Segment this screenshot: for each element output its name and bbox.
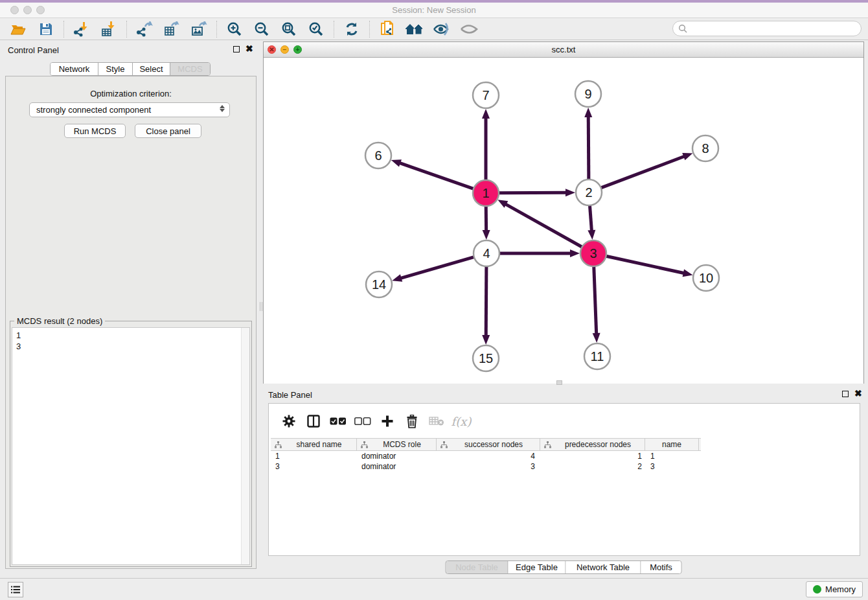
- search-box[interactable]: [672, 21, 862, 36]
- node-8[interactable]: 8: [692, 135, 718, 161]
- main-toolbar: [0, 18, 868, 40]
- control-panel-close-icon[interactable]: ✖: [246, 43, 253, 54]
- eye-slash-icon: [433, 22, 451, 36]
- result-scrollbar[interactable]: [241, 328, 249, 564]
- column-settings-button[interactable]: [279, 412, 299, 430]
- export-table-button[interactable]: [162, 20, 181, 38]
- zoom-out-button[interactable]: [252, 20, 271, 38]
- show-all-button[interactable]: [459, 20, 479, 38]
- edge-1-2[interactable]: [499, 192, 567, 193]
- hierarchy-icon: [544, 441, 551, 448]
- import-table-button[interactable]: [99, 20, 119, 38]
- export-image-icon: [190, 21, 207, 37]
- tab-motifs[interactable]: Motifs: [641, 561, 681, 573]
- table-cell[interactable]: 1: [540, 452, 645, 461]
- network-splitter-grip[interactable]: [556, 380, 562, 385]
- edge-4-14[interactable]: [400, 257, 474, 279]
- node-7[interactable]: 7: [473, 82, 499, 108]
- column-header-MCDS-role[interactable]: MCDS role: [357, 439, 437, 450]
- table-cell[interactable]: 3: [271, 462, 357, 471]
- tab-network[interactable]: Network: [51, 63, 98, 75]
- export-image-button[interactable]: [189, 20, 209, 38]
- tab-network-table[interactable]: Network Table: [566, 561, 641, 573]
- search-input[interactable]: [687, 23, 861, 34]
- edge-3-11[interactable]: [594, 266, 597, 334]
- apply-layout-button[interactable]: [342, 20, 361, 38]
- homes-icon: [405, 22, 424, 36]
- export-network-button[interactable]: [135, 20, 154, 38]
- splitter-grip[interactable]: [260, 302, 262, 311]
- column-header-predecessor-nodes[interactable]: predecessor nodes: [540, 439, 645, 450]
- memory-button[interactable]: Memory: [806, 581, 863, 597]
- node-15[interactable]: 15: [473, 345, 499, 371]
- table-row[interactable]: 1dominator411: [271, 451, 701, 461]
- tab-select[interactable]: Select: [133, 63, 170, 75]
- close-panel-button[interactable]: Close panel: [135, 124, 201, 138]
- node-2[interactable]: 2: [576, 179, 602, 205]
- node-6[interactable]: 6: [365, 143, 391, 168]
- node-14[interactable]: 14: [366, 271, 392, 297]
- table-cell[interactable]: 1: [645, 452, 699, 461]
- function-builder-button[interactable]: f(x): [451, 412, 471, 430]
- table-cell[interactable]: 4: [437, 452, 540, 461]
- edge-arrow-2-3: [588, 230, 595, 240]
- table-row[interactable]: 3dominator323: [271, 461, 701, 472]
- edge-2-8[interactable]: [601, 156, 685, 188]
- add-column-button[interactable]: [378, 412, 397, 430]
- node-1[interactable]: 1: [473, 180, 499, 206]
- table-panel-close-icon[interactable]: ✖: [854, 388, 862, 398]
- edge-3-1[interactable]: [505, 204, 582, 248]
- table-cell[interactable]: 2: [540, 462, 645, 471]
- criterion-select[interactable]: strongly connected component: [29, 102, 230, 117]
- first-neighbors-button[interactable]: [405, 20, 424, 38]
- zoom-out-icon: [254, 21, 269, 37]
- table-cell[interactable]: 3: [645, 462, 699, 471]
- edge-2-9[interactable]: [588, 116, 589, 179]
- save-session-button[interactable]: [36, 20, 56, 38]
- mcds-result-group: MCDS result (2 nodes) 1 3: [10, 321, 252, 567]
- column-header-name[interactable]: name: [645, 439, 699, 450]
- table-cell[interactable]: 1: [271, 452, 357, 461]
- edge-4-15[interactable]: [486, 266, 486, 336]
- node-3[interactable]: 3: [580, 240, 606, 266]
- column-header-shared-name[interactable]: shared name: [271, 439, 357, 450]
- open-session-button[interactable]: [9, 20, 29, 38]
- edge-3-10[interactable]: [606, 256, 685, 273]
- table-cell[interactable]: dominator: [357, 452, 437, 461]
- zoom-fit-button[interactable]: [279, 20, 299, 38]
- hide-selected-button[interactable]: [432, 20, 451, 38]
- duplicate-network-button[interactable]: [378, 20, 397, 38]
- edge-2-3[interactable]: [589, 205, 591, 231]
- split-panel-button[interactable]: [304, 412, 323, 430]
- control-panel-float-icon[interactable]: [233, 46, 240, 52]
- node-4[interactable]: 4: [474, 240, 499, 266]
- task-history-button[interactable]: [8, 582, 23, 597]
- tab-mcds[interactable]: MCDS: [170, 63, 210, 75]
- node-11[interactable]: 11: [584, 343, 610, 369]
- column-header-successor-nodes[interactable]: successor nodes: [437, 439, 540, 450]
- table-panel-float-icon[interactable]: [842, 391, 849, 397]
- table-cell[interactable]: dominator: [357, 462, 437, 471]
- edge-1-6[interactable]: [399, 163, 474, 189]
- select-all-check-button[interactable]: [328, 412, 348, 430]
- edge-arrow-2-9: [584, 108, 592, 117]
- table-cell[interactable]: 3: [437, 462, 540, 471]
- import-network-button[interactable]: [72, 20, 91, 38]
- run-mcds-button[interactable]: Run MCDS: [64, 124, 126, 138]
- network-window-titlebar[interactable]: ✕ − + scc.txt: [264, 42, 863, 58]
- delete-table-button[interactable]: [427, 412, 446, 430]
- zoom-selected-button[interactable]: [306, 20, 326, 38]
- tab-edge-table[interactable]: Edge Table: [508, 561, 566, 573]
- tab-style[interactable]: Style: [98, 63, 133, 75]
- deselect-check-button[interactable]: [353, 412, 372, 430]
- delete-column-button[interactable]: [402, 412, 422, 430]
- export-table-icon: [163, 21, 180, 37]
- mcds-result-textarea[interactable]: 1 3: [12, 327, 250, 565]
- zoom-in-button[interactable]: [225, 20, 244, 38]
- node-9[interactable]: 9: [575, 81, 601, 107]
- node-10[interactable]: 10: [693, 265, 719, 291]
- network-canvas[interactable]: 1234678910111415: [264, 58, 863, 384]
- gear-icon: [282, 415, 295, 428]
- column-label: MCDS role: [383, 440, 421, 449]
- tab-node-table[interactable]: Node Table: [446, 561, 508, 573]
